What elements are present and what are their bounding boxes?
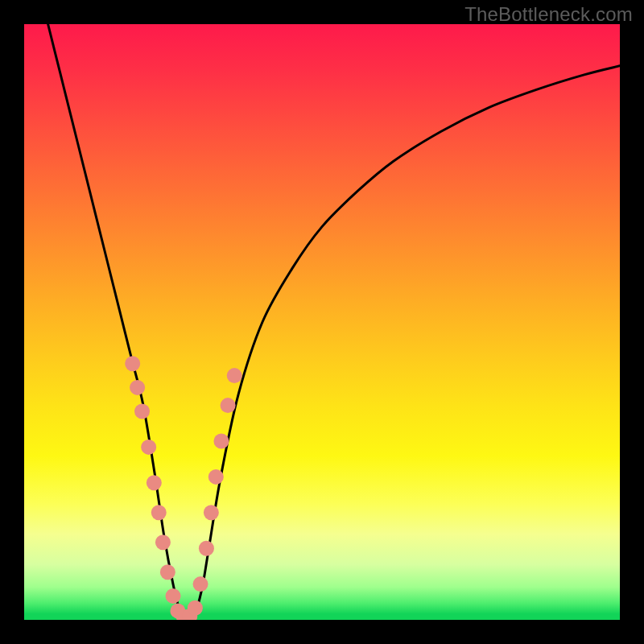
data-dot — [221, 398, 236, 413]
data-dot — [213, 434, 229, 449]
data-dot — [141, 440, 156, 455]
plot-area — [24, 24, 620, 620]
data-dot — [130, 380, 145, 395]
plot-svg — [24, 24, 620, 620]
data-dot — [208, 469, 224, 485]
data-dot — [193, 576, 208, 592]
data-dot — [147, 475, 162, 490]
data-dot — [155, 535, 171, 550]
data-dot — [125, 356, 140, 371]
data-dot — [188, 601, 203, 616]
chart-frame: TheBottleneck.com — [0, 0, 644, 644]
data-dot — [151, 505, 167, 520]
data-dot — [166, 588, 181, 604]
data-dot — [134, 404, 150, 419]
gradient-background — [24, 24, 620, 620]
data-dot — [199, 541, 214, 556]
data-dot — [227, 368, 242, 383]
data-dot — [204, 505, 219, 520]
data-dot — [160, 564, 175, 580]
watermark-text: TheBottleneck.com — [464, 3, 633, 26]
